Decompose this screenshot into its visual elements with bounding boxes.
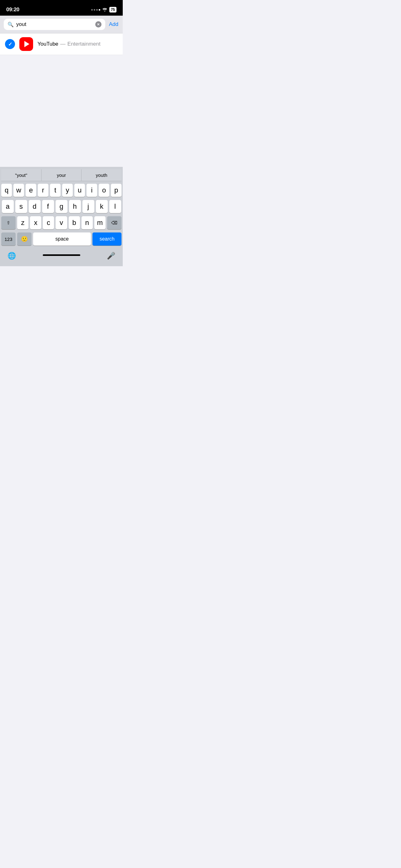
key-k[interactable]: k: [96, 200, 108, 213]
keyboard-row-4: 123 🙂 space search: [1, 232, 122, 246]
autocomplete-item-1[interactable]: your: [41, 169, 82, 181]
microphone-icon[interactable]: 🎤: [107, 252, 115, 260]
key-v[interactable]: v: [56, 216, 67, 229]
result-row-youtube[interactable]: YouTube — Entertainment: [0, 33, 123, 55]
search-value: yout: [16, 21, 93, 28]
youtube-app-icon: [20, 37, 33, 51]
battery-icon: 75: [109, 7, 116, 12]
key-h[interactable]: h: [69, 200, 81, 213]
app-name: YouTube: [37, 41, 58, 47]
selected-checkmark-icon: [5, 39, 15, 49]
search-input-wrapper[interactable]: 🔍 yout: [4, 19, 105, 30]
key-z[interactable]: z: [17, 216, 28, 229]
home-indicator: [43, 254, 80, 256]
key-q[interactable]: q: [1, 184, 12, 197]
results-area: YouTube — Entertainment: [0, 33, 123, 55]
status-bar: 09:20 75: [0, 0, 123, 16]
keyboard-bottom: 🌐 🎤: [1, 249, 122, 266]
key-u[interactable]: u: [74, 184, 85, 197]
key-n[interactable]: n: [81, 216, 93, 229]
status-time: 09:20: [6, 6, 20, 13]
key-y[interactable]: y: [62, 184, 73, 197]
search-area: 🔍 yout Add: [0, 16, 123, 33]
key-p[interactable]: p: [111, 184, 122, 197]
keyboard: "yout" your youth q w e r t y u i o p a …: [0, 167, 123, 266]
key-b[interactable]: b: [69, 216, 80, 229]
signal-icon: [91, 9, 100, 11]
autocomplete-item-0[interactable]: "yout": [1, 169, 41, 181]
key-t[interactable]: t: [50, 184, 61, 197]
key-e[interactable]: e: [26, 184, 36, 197]
key-w[interactable]: w: [13, 184, 24, 197]
key-l[interactable]: l: [109, 200, 121, 213]
key-s[interactable]: s: [15, 200, 27, 213]
key-c[interactable]: c: [43, 216, 54, 229]
key-j[interactable]: j: [82, 200, 94, 213]
key-x[interactable]: x: [30, 216, 41, 229]
emoji-key[interactable]: 🙂: [17, 232, 32, 246]
keyboard-row-2: a s d f g h j k l: [1, 200, 122, 213]
key-g[interactable]: g: [56, 200, 67, 213]
keyboard-row-3: ⇧ z x c v b n m ⌫: [1, 216, 122, 229]
autocomplete-bar: "yout" your youth: [1, 169, 122, 181]
app-category: Entertainment: [67, 41, 101, 47]
add-button[interactable]: Add: [108, 20, 119, 29]
shift-key[interactable]: ⇧: [1, 216, 15, 229]
youtube-play-icon: [24, 41, 29, 47]
status-icons: 75: [91, 7, 116, 12]
result-text: YouTube — Entertainment: [37, 41, 101, 47]
result-separator: —: [60, 41, 66, 47]
search-key[interactable]: search: [93, 232, 122, 246]
autocomplete-item-2[interactable]: youth: [81, 169, 122, 181]
key-r[interactable]: r: [38, 184, 48, 197]
clear-button[interactable]: [95, 21, 101, 28]
key-a[interactable]: a: [2, 200, 14, 213]
content-area: [0, 55, 123, 146]
backspace-key[interactable]: ⌫: [107, 216, 122, 229]
key-d[interactable]: d: [29, 200, 41, 213]
globe-icon[interactable]: 🌐: [7, 252, 16, 260]
space-key[interactable]: space: [33, 232, 91, 246]
key-m[interactable]: m: [94, 216, 106, 229]
key-o[interactable]: o: [99, 184, 109, 197]
battery-level: 75: [111, 7, 115, 12]
numbers-key[interactable]: 123: [1, 232, 15, 246]
wifi-icon: [102, 8, 107, 11]
key-f[interactable]: f: [42, 200, 54, 213]
key-i[interactable]: i: [87, 184, 97, 197]
search-icon: 🔍: [7, 22, 14, 28]
keyboard-row-1: q w e r t y u i o p: [1, 184, 122, 197]
